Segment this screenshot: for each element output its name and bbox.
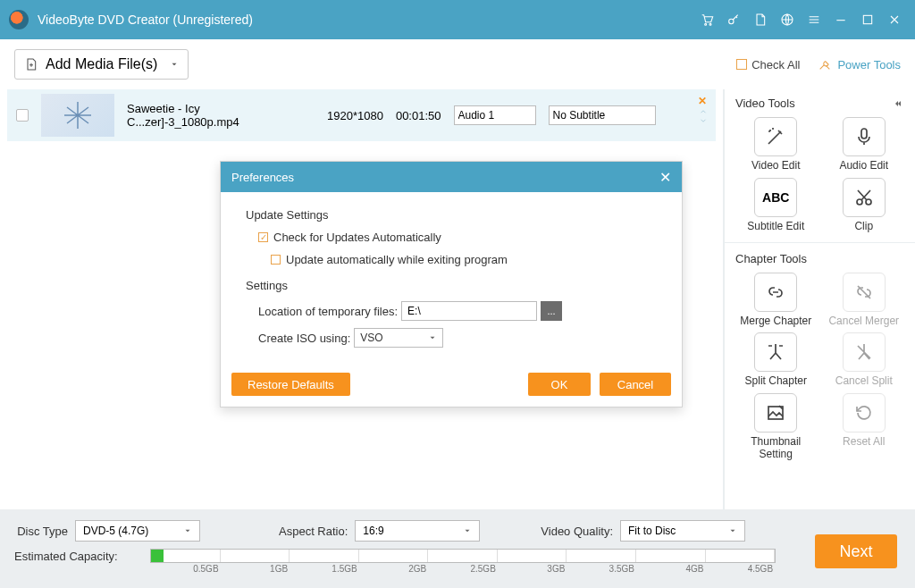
main-toolbar: Add Media File(s) Check All Power Tools — [0, 39, 915, 89]
update-on-exit-option[interactable]: Update automatically while exiting progr… — [271, 253, 662, 266]
update-on-exit-label: Update automatically while exiting progr… — [286, 253, 508, 266]
cancel-merger-tool: Cancel Merger — [822, 273, 907, 328]
restore-defaults-button[interactable]: Restore Defaults — [231, 373, 350, 396]
chevron-down-icon — [183, 526, 192, 535]
cancel-split-label: Cancel Split — [835, 375, 893, 388]
ok-button[interactable]: OK — [528, 373, 591, 396]
audio-track-select[interactable] — [454, 105, 536, 125]
iso-engine-select[interactable]: VSO — [354, 328, 443, 348]
row-checkbox[interactable] — [16, 109, 29, 122]
bottom-bar: Disc Type DVD-5 (4.7G) Aspect Ratio: 16:… — [0, 509, 915, 588]
subtitle-edit-tool[interactable]: ABC Subtitle Edit — [734, 178, 818, 233]
check-all-toggle[interactable]: Check All — [736, 58, 800, 71]
globe-icon[interactable] — [776, 8, 799, 31]
file-plus-icon — [24, 57, 38, 71]
media-duration: 00:01:50 — [396, 109, 441, 122]
video-thumbnail — [41, 94, 114, 137]
page-icon[interactable] — [749, 8, 772, 31]
close-icon[interactable] — [883, 8, 906, 31]
chevron-down-icon — [428, 333, 437, 342]
settings-section-label: Settings — [246, 279, 662, 292]
media-resolution: 1920*1080 — [327, 109, 383, 122]
titlebar: VideoByte DVD Creator (Unregistered) — [0, 0, 915, 39]
check-updates-option[interactable]: Check for Updates Automatically — [258, 231, 662, 244]
media-filename: Saweetie - Icy C...zer]-3_1080p.mp4 — [127, 102, 315, 129]
cancel-split-icon — [853, 341, 875, 363]
svg-rect-8 — [768, 407, 783, 419]
subtitle-edit-label: Subtitle Edit — [747, 221, 804, 233]
checkbox-icon — [736, 59, 747, 70]
cart-icon[interactable] — [695, 8, 718, 31]
maximize-icon[interactable] — [856, 8, 879, 31]
minimize-icon[interactable] — [829, 8, 852, 31]
svg-point-2 — [729, 19, 734, 23]
cancel-button[interactable]: Cancel — [600, 373, 671, 396]
scissors-icon — [853, 187, 875, 208]
tools-panel: Video Tools Video Edit Audio Edit ABC Su… — [723, 89, 915, 509]
create-iso-label: Create ISO using: — [258, 332, 350, 345]
clip-tool[interactable]: Clip — [822, 178, 907, 233]
svg-point-0 — [705, 23, 707, 25]
add-media-button[interactable]: Add Media File(s) — [14, 49, 189, 80]
video-tools-header: Video Tools — [735, 97, 795, 110]
video-edit-tool[interactable]: Video Edit — [734, 117, 818, 172]
next-button[interactable]: Next — [815, 534, 897, 568]
check-updates-label: Check for Updates Automatically — [273, 231, 441, 244]
check-all-label: Check All — [751, 58, 800, 71]
dialog-title: Preferences — [231, 171, 294, 184]
dialog-close-icon[interactable]: ✕ — [659, 169, 671, 186]
media-list-item[interactable]: Saweetie - Icy C...zer]-3_1080p.mp4 1920… — [7, 89, 716, 141]
video-quality-value: Fit to Disc — [628, 525, 676, 537]
checkbox-checked-icon — [258, 232, 268, 242]
disc-type-value: DVD-5 (4.7G) — [83, 525, 148, 537]
menu-icon[interactable] — [802, 8, 826, 31]
reset-all-tool: Reset All — [822, 393, 907, 461]
merge-chapter-tool[interactable]: Merge Chapter — [734, 273, 818, 328]
temp-location-input[interactable] — [401, 301, 537, 321]
key-icon[interactable] — [722, 8, 745, 31]
abc-icon: ABC — [762, 190, 789, 205]
chevron-down-icon — [170, 60, 179, 69]
chevron-down-icon — [728, 526, 737, 535]
power-tools-button[interactable]: Power Tools — [818, 57, 901, 71]
split-chapter-tool[interactable]: Split Chapter — [734, 332, 818, 388]
chevron-down-icon — [698, 116, 709, 125]
cancel-merger-label: Cancel Merger — [828, 315, 899, 328]
video-quality-label: Video Quality: — [541, 525, 613, 538]
link-icon — [765, 281, 786, 303]
audio-edit-label: Audio Edit — [839, 160, 888, 172]
mic-icon — [853, 126, 875, 147]
reset-all-label: Reset All — [843, 436, 885, 449]
power-tools-label: Power Tools — [837, 58, 901, 71]
app-logo-icon — [9, 10, 29, 29]
disc-type-select[interactable]: DVD-5 (4.7G) — [75, 520, 200, 542]
aspect-ratio-value: 16:9 — [363, 525, 383, 537]
app-title: VideoByte DVD Creator (Unregistered) — [38, 13, 253, 27]
remove-row-icon[interactable]: ✕ — [698, 95, 707, 107]
chevron-down-icon — [463, 526, 472, 535]
thumbnail-label: Thumbnail Setting — [734, 436, 818, 461]
capacity-tick-labels: 0.5GB1GB1.5GB2GB2.5GB3GB3.5GB4GB4.5GB — [151, 564, 775, 574]
subtitle-select[interactable] — [549, 105, 656, 125]
audio-edit-tool[interactable]: Audio Edit — [822, 117, 907, 172]
snowflake-icon — [62, 99, 94, 131]
add-media-label: Add Media File(s) — [46, 56, 157, 72]
update-section-label: Update Settings — [246, 208, 662, 222]
image-icon — [765, 402, 786, 424]
split-chapter-label: Split Chapter — [745, 375, 807, 388]
thumbnail-setting-tool[interactable]: Thumbnail Setting — [734, 393, 818, 461]
estimated-capacity-label: Estimated Capacity: — [14, 550, 139, 563]
video-quality-select[interactable]: Fit to Disc — [620, 520, 745, 542]
collapse-right-icon[interactable] — [890, 98, 904, 109]
merge-chapter-label: Merge Chapter — [740, 315, 811, 328]
aspect-ratio-select[interactable]: 16:9 — [355, 520, 480, 542]
reset-icon — [853, 402, 875, 424]
unlink-icon — [853, 281, 875, 303]
row-reorder[interactable] — [698, 107, 709, 125]
chapter-tools-header: Chapter Tools — [735, 252, 807, 265]
disc-type-label: Disc Type — [14, 525, 68, 538]
aspect-ratio-label: Aspect Ratio: — [279, 525, 348, 538]
cancel-split-tool: Cancel Split — [822, 332, 907, 388]
browse-button[interactable]: ... — [541, 301, 562, 321]
clip-label: Clip — [854, 221, 873, 233]
